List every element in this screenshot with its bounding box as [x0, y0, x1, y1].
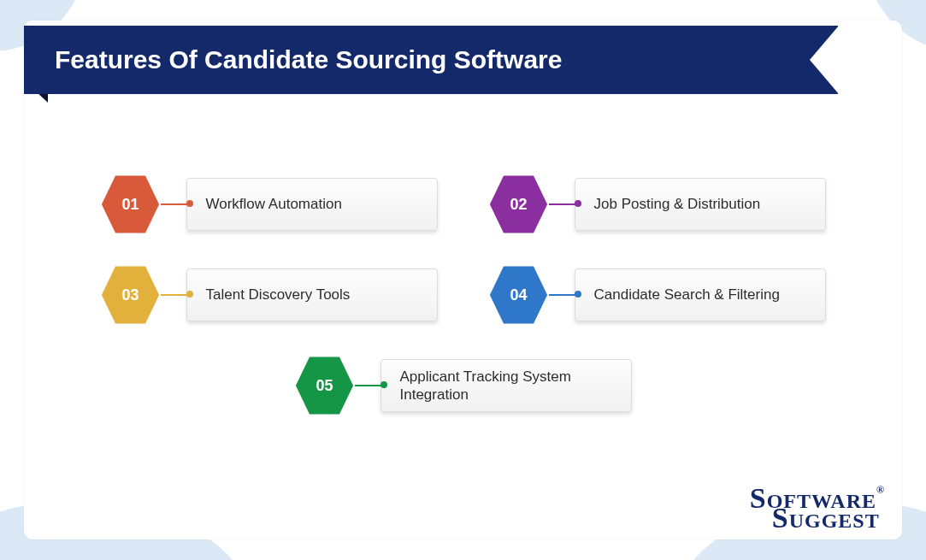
feature-label: Workflow Automation — [206, 195, 342, 213]
feature-number-hexagon: 03 — [101, 265, 161, 325]
title-ribbon: Features Of Candidate Sourcing Software — [24, 26, 853, 115]
feature-label-pill: Job Posting & Distribution — [575, 178, 826, 231]
feature-number-hexagon: 01 — [101, 174, 161, 234]
main-card: Features Of Candidate Sourcing Software … — [24, 21, 902, 539]
infographic-stage: Features Of Candidate Sourcing Software … — [0, 0, 926, 560]
feature-label-pill: Talent Discovery Tools — [186, 268, 438, 321]
feature-number-hexagon: 04 — [489, 265, 549, 325]
brand-cap-1: S — [750, 482, 767, 514]
feature-number-hexagon: 02 — [489, 174, 549, 234]
feature-item: 05Applicant Tracking System Integration — [295, 352, 632, 419]
brand-logo: SOFTWARE® SUGGEST — [750, 486, 885, 529]
features-grid: 01Workflow Automation02Job Posting & Dis… — [99, 171, 827, 419]
feature-label: Candidate Search & Filtering — [594, 286, 780, 304]
brand-cap-2: S — [772, 502, 789, 533]
feature-label-pill: Workflow Automation — [186, 178, 438, 231]
ribbon-body: Features Of Candidate Sourcing Software — [24, 26, 838, 94]
feature-item: 02Job Posting & Distribution — [489, 171, 826, 238]
brand-line-2: UGGEST — [789, 510, 880, 532]
feature-connector — [355, 385, 384, 386]
feature-number-hexagon: 05 — [295, 356, 355, 416]
feature-label: Applicant Tracking System Integration — [400, 368, 616, 404]
feature-label: Job Posting & Distribution — [594, 195, 761, 213]
feature-connector — [161, 294, 190, 296]
page-title: Features Of Candidate Sourcing Software — [55, 45, 562, 74]
feature-connector — [549, 203, 578, 205]
feature-label-pill: Applicant Tracking System Integration — [380, 359, 632, 412]
ribbon-notch — [810, 26, 839, 94]
feature-item: 01Workflow Automation — [101, 171, 438, 238]
feature-item: 04Candidate Search & Filtering — [489, 262, 826, 328]
feature-item: 03Talent Discovery Tools — [101, 262, 438, 328]
feature-connector — [161, 203, 190, 205]
feature-label: Talent Discovery Tools — [206, 286, 351, 304]
brand-registered: ® — [876, 484, 885, 496]
feature-label-pill: Candidate Search & Filtering — [575, 268, 826, 321]
feature-connector — [549, 294, 578, 296]
